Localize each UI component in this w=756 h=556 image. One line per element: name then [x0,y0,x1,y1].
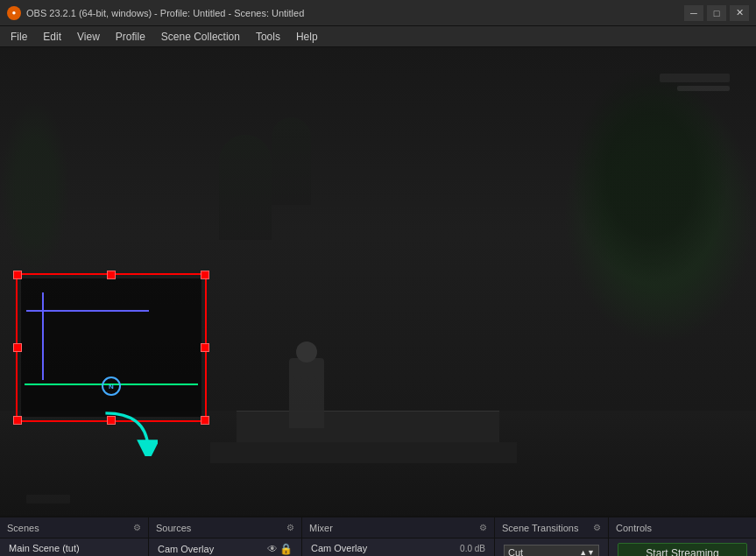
controls-label: Controls [616,523,652,533]
menu-tools[interactable]: Tools [249,29,287,45]
mixer-track: Cam Overlay 0.0 dB [307,541,489,555]
scenes-panel: Scenes ⚙ Main Scene (tut) Main AFK [0,517,149,556]
app-icon: ● [7,6,21,20]
arrow-indicator [101,408,158,456]
handle-tc[interactable] [107,271,116,279]
webcam-icon: N [102,377,121,396]
menu-bar: File Edit View Profile Scene Collection … [0,26,756,47]
sources-label: Sources [156,523,191,533]
title-bar: ● OBS 23.2.1 (64-bit, windows) - Profile… [0,0,756,26]
handle-bl[interactable] [13,416,22,425]
source-cam-icons: 👁 🔒 [267,543,293,555]
scenes-list: Main Scene (tut) Main AFK [0,538,148,556]
handle-ml[interactable] [13,343,22,352]
lock-icon[interactable]: 🔒 [279,543,293,555]
mixer-content: Cam Overlay 0.0 dB 🔊 ⚙ 🔇 [302,538,494,556]
transitions-header: Scene Transitions ⚙ [495,517,608,538]
close-button[interactable]: ✕ [730,5,749,21]
handle-tr[interactable] [201,271,209,279]
scenes-label: Scenes [7,523,39,533]
selection-line-v [42,292,44,380]
handle-br[interactable] [201,416,209,425]
source-cam-overlay-label: Cam Overlay [158,544,214,554]
handle-tl[interactable] [13,271,22,279]
start-streaming-button[interactable]: Start Streaming [618,543,747,556]
transitions-label: Scene Transitions [502,523,578,533]
eye-icon[interactable]: 👁 [267,543,278,555]
mixer-header: Mixer ⚙ [302,517,494,538]
transition-type-select[interactable]: Cut ▲▼ [504,545,599,556]
maximize-button[interactable]: □ [707,5,726,21]
sources-list: Cam Overlay 👁 🔒 Game Background 👁 🔒 [149,538,301,556]
source-cam-overlay[interactable]: Cam Overlay 👁 🔒 [154,541,296,556]
minimize-button[interactable]: ─ [684,5,703,21]
mixer-settings-icon[interactable]: ⚙ [479,523,487,532]
mixer-label: Mixer [309,523,333,533]
transitions-content: Cut ▲▼ + ─ [495,538,608,556]
transitions-settings-icon[interactable]: ⚙ [593,523,601,532]
selection-line-h [26,310,149,312]
mixer-track-label: Cam Overlay [311,543,381,553]
transition-dropdown-icon: ▲▼ [579,548,595,556]
menu-file[interactable]: File [4,29,34,45]
window-controls[interactable]: ─ □ ✕ [684,5,749,21]
scene-item-main-tut[interactable]: Main Scene (tut) [5,541,143,555]
controls-header: Controls [609,517,756,538]
scenes-settings-icon[interactable]: ⚙ [133,523,141,532]
transitions-panel: Scene Transitions ⚙ Cut ▲▼ + ─ [495,517,609,556]
bottom-panel: Scenes ⚙ Main Scene (tut) Main AFK Sourc… [0,516,756,556]
controls-panel: Controls Start Streaming Start Recording [609,517,756,556]
preview-canvas[interactable]: N [0,47,756,516]
sources-header: Sources ⚙ [149,517,301,538]
selection-box: N [16,273,207,422]
menu-edit[interactable]: Edit [36,29,68,45]
window-title: OBS 23.2.1 (64-bit, windows) - Profile: … [26,8,684,18]
handle-mr[interactable] [201,343,209,352]
menu-help[interactable]: Help [289,29,325,45]
controls-content: Start Streaming Start Recording [609,538,756,556]
menu-profile[interactable]: Profile [109,29,152,45]
mixer-panel: Mixer ⚙ Cam Overlay 0.0 dB 🔊 ⚙ 🔇 [302,517,495,556]
sources-settings-icon[interactable]: ⚙ [286,523,294,532]
menu-scene-collection[interactable]: Scene Collection [154,29,247,45]
scenes-header: Scenes ⚙ [0,517,148,538]
menu-view[interactable]: View [70,29,107,45]
mixer-track-db: 0.0 dB [450,544,485,553]
sources-panel: Sources ⚙ Cam Overlay 👁 🔒 Game Backgroun… [149,517,302,556]
transition-type-label: Cut [508,547,523,556]
